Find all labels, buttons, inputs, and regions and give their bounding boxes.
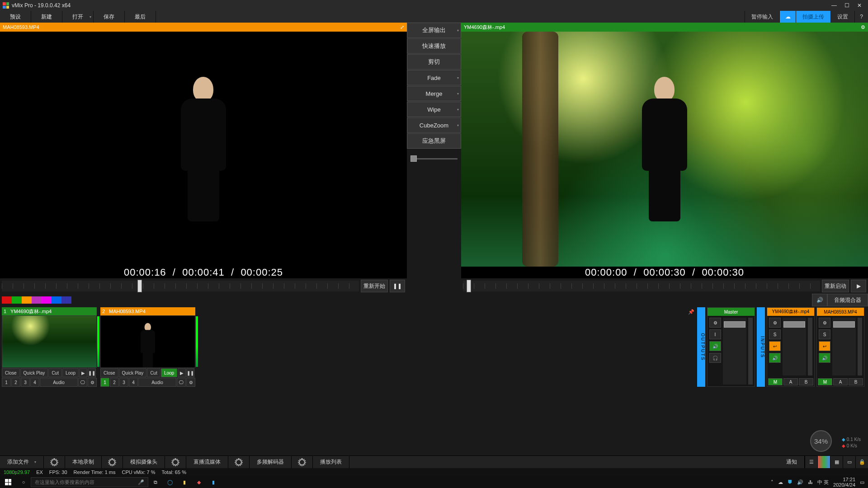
preview-video[interactable]	[0, 32, 407, 267]
color-swatch[interactable]	[52, 296, 61, 304]
input-overlay-1[interactable]: 1	[100, 378, 109, 387]
channel-gear-icon[interactable]: ⚙	[709, 318, 721, 328]
cortana-icon[interactable]: ○	[16, 476, 31, 488]
input-overlay-3[interactable]: 3	[21, 378, 30, 387]
mic-icon[interactable]: 🎤	[138, 479, 144, 485]
ftb-button[interactable]: 应急黑屏	[407, 133, 461, 149]
channel-s-button[interactable]: S	[819, 329, 830, 339]
input-cut-button[interactable]: Cut	[48, 368, 62, 377]
footer-stream[interactable]: 直播流媒体	[186, 456, 228, 468]
output-settings-icon[interactable]: ⚙	[861, 24, 865, 30]
input-quickplay-button[interactable]: Quick Play	[119, 368, 147, 377]
output-scrubber[interactable]	[463, 281, 820, 291]
menu-last[interactable]: 最后	[125, 11, 156, 23]
help-button[interactable]: ?	[854, 11, 868, 23]
input-play-icon[interactable]: ▶	[178, 368, 186, 377]
pause-input-button[interactable]: 暂停输入	[745, 11, 779, 23]
input-audio-button[interactable]: Audio	[138, 378, 176, 387]
input-quickplay-button[interactable]: Quick Play	[20, 368, 48, 377]
footer-notify[interactable]: 通知	[779, 456, 805, 468]
view-single-icon[interactable]: ▭	[843, 456, 855, 468]
footer-gear-5[interactable]	[292, 456, 313, 468]
channel-speaker-icon[interactable]: 🔊	[769, 353, 781, 363]
input-overlay-2[interactable]: 2	[11, 378, 20, 387]
input-thumbnail[interactable]	[2, 315, 97, 368]
preview-pause-button[interactable]: ❚❚	[390, 280, 405, 292]
color-swatch[interactable]	[2, 296, 12, 304]
input-overlay-2[interactable]: 2	[110, 378, 119, 387]
window-close-icon[interactable]: ✕	[856, 2, 863, 9]
channel-speaker-icon[interactable]: 🔊	[709, 341, 721, 351]
channel-speaker-icon[interactable]: 🔊	[819, 353, 830, 363]
preview-expand-icon[interactable]: ⤢	[400, 24, 404, 30]
cut-button[interactable]: 剪切	[407, 54, 461, 70]
input-loop-button[interactable]: Loop	[161, 368, 177, 377]
channel-m-button[interactable]: M	[768, 378, 783, 385]
task-view-icon[interactable]: ⧉	[148, 476, 163, 488]
output-play-button[interactable]: ▶	[851, 280, 866, 292]
input-overlay-1[interactable]: 1	[2, 378, 11, 387]
input-loop-button[interactable]: Loop	[62, 368, 79, 377]
input-audio-button[interactable]: Audio	[40, 378, 78, 387]
footer-gear-2[interactable]	[102, 456, 123, 468]
input-gear-icon[interactable]: ⚙	[88, 378, 97, 387]
footer-multicorder[interactable]: 多频解码器	[250, 456, 292, 468]
tray-cloud-icon[interactable]: ☁	[778, 479, 783, 485]
view-grid-icon[interactable]: ▦	[830, 456, 843, 468]
pin-icon[interactable]: 📌	[688, 309, 694, 315]
cubezoom-button[interactable]: CubeZoom▾	[407, 117, 461, 133]
channel-gear-icon[interactable]: ⚙	[819, 318, 830, 328]
color-swatch[interactable]	[32, 296, 42, 304]
merge-button[interactable]: Merge▾	[407, 86, 461, 101]
footer-gear-3[interactable]	[165, 456, 186, 468]
footer-playlist[interactable]: 播放列表	[313, 456, 349, 468]
quickplay-button[interactable]: 快速播放	[407, 38, 461, 54]
tray-notifications-icon[interactable]: ▭	[860, 479, 864, 485]
settings-button[interactable]: 设置	[830, 11, 854, 23]
color-swatch[interactable]	[22, 296, 32, 304]
input-gear-icon[interactable]: ⚙	[186, 378, 195, 387]
channel-a-button[interactable]: A	[783, 378, 798, 385]
channel-return-icon[interactable]: ↩	[769, 341, 781, 351]
footer-gear-1[interactable]	[44, 456, 65, 468]
footer-gear-4[interactable]	[228, 456, 250, 468]
input-overlay-4[interactable]: 4	[30, 378, 39, 387]
window-minimize-icon[interactable]: —	[831, 2, 837, 9]
fade-button[interactable]: Fade▾	[407, 70, 461, 85]
channel-b-button[interactable]: B	[849, 378, 863, 385]
window-maximize-icon[interactable]: ☐	[844, 2, 850, 9]
input-thumbnail[interactable]	[100, 315, 195, 368]
wipe-button[interactable]: Wipe▾	[407, 102, 461, 117]
channel-fader[interactable]	[723, 318, 746, 385]
color-swatch[interactable]	[61, 296, 71, 304]
input-pause-icon[interactable]: ❚❚	[186, 368, 194, 377]
input-close-button[interactable]: Close	[100, 368, 118, 377]
fullscreen-output-button[interactable]: 全屏输出▾	[407, 23, 461, 38]
preview-scrubber[interactable]	[2, 281, 359, 291]
menu-preset[interactable]: 预设	[0, 11, 31, 23]
explorer-icon[interactable]: ▮	[177, 476, 192, 488]
channel-fader[interactable]	[783, 318, 806, 375]
view-list-icon[interactable]: ☰	[805, 456, 817, 468]
tray-ime[interactable]: 中 英	[817, 479, 829, 486]
input-cut-button[interactable]: Cut	[147, 368, 160, 377]
app-icon-1[interactable]: ◆	[192, 476, 206, 488]
vmix-taskbar-icon[interactable]: ▮	[206, 476, 221, 488]
input-header[interactable]: 2 MAH08593.MP4	[100, 307, 195, 315]
color-swatch[interactable]	[42, 296, 52, 304]
tray-chevron-icon[interactable]: ˄	[771, 479, 774, 485]
upload-button[interactable]: 拍摄上传	[796, 11, 830, 23]
color-swatch[interactable]	[12, 296, 22, 304]
add-input-button[interactable]: 添加文件▾	[0, 456, 44, 468]
input-header[interactable]: 1 YM4690森林-.mp4	[2, 307, 97, 315]
lock-icon[interactable]: 🔒	[855, 456, 868, 468]
cloud-icon[interactable]: ☁	[779, 11, 796, 23]
view-color-icon[interactable]	[817, 456, 830, 468]
input-overlay-4[interactable]: 4	[129, 378, 138, 387]
start-button[interactable]	[0, 476, 16, 488]
menu-save[interactable]: 保存	[94, 11, 125, 23]
input-monitor-icon[interactable]: 🖵	[177, 378, 186, 387]
tray-volume-icon[interactable]: 🔊	[797, 479, 803, 485]
input-monitor-icon[interactable]: 🖵	[78, 378, 87, 387]
taskbar-search[interactable]: 在这里输入你要搜索的内容 🎤	[31, 477, 148, 487]
